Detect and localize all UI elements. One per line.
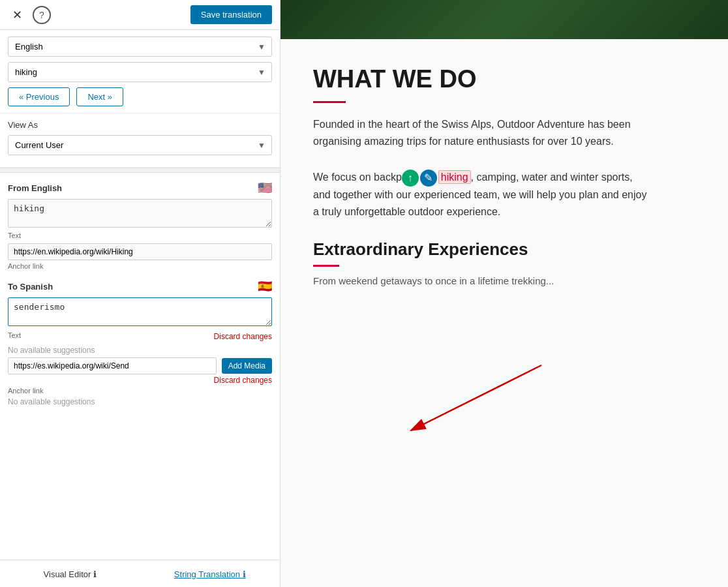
to-flag: 🇪🇸 <box>258 279 272 294</box>
to-title: To Spanish <box>8 282 53 292</box>
section2-heading: Extraordinary Experiences <box>313 239 652 260</box>
visual-editor-label: Visual Editor <box>44 569 91 579</box>
red-divider <box>313 101 346 103</box>
up-icon[interactable]: ↑ <box>402 170 419 187</box>
from-text-area: hiking <box>8 199 272 228</box>
hero-image <box>281 0 728 39</box>
divider <box>0 168 280 173</box>
from-anchor-input <box>8 243 272 260</box>
string-translation-tab[interactable]: String Translation ℹ <box>140 560 281 587</box>
to-text-area[interactable]: senderismo <box>8 297 272 326</box>
discard-text-link[interactable]: Discard changes <box>214 332 272 341</box>
translation-section: From English 🇺🇸 hiking Text Anchor link … <box>0 173 280 560</box>
string-select-wrapper: hiking camping backpacking ▼ <box>8 62 272 82</box>
visual-editor-info-icon: ℹ <box>93 569 97 579</box>
from-section: From English 🇺🇸 hiking Text Anchor link <box>8 181 272 270</box>
edit-icon[interactable]: ✎ <box>420 170 437 187</box>
view-as-select[interactable]: Current User Administrator Guest <box>8 135 272 155</box>
body-paragraph-1: Founded in the heart of the Swiss Alps, … <box>313 116 652 149</box>
main-heading: WHAT WE DO <box>313 65 652 93</box>
previous-button[interactable]: « Previous <box>8 87 70 106</box>
from-flag: 🇺🇸 <box>258 181 272 195</box>
to-header: To Spanish 🇪🇸 <box>8 279 272 294</box>
save-translation-button[interactable]: Save translation <box>190 5 272 24</box>
body-paragraph-2: We focus on backp↑✎hiking, camping, wate… <box>313 169 652 220</box>
header-bar: ✕ ? Save translation <box>0 0 280 30</box>
right-panel: WHAT WE DO Founded in the heart of the S… <box>281 0 728 587</box>
visual-editor-tab[interactable]: Visual Editor ℹ <box>0 560 140 587</box>
to-section: To Spanish 🇪🇸 senderismo Text Discard ch… <box>8 279 272 406</box>
help-button[interactable]: ? <box>33 6 51 24</box>
add-media-button[interactable]: Add Media <box>222 358 272 374</box>
bottom-tabs: Visual Editor ℹ String Translation ℹ <box>0 560 280 587</box>
language-select[interactable]: English Spanish French <box>8 37 272 57</box>
to-anchor-input[interactable] <box>8 357 217 374</box>
controls-area: English Spanish French ▼ hiking camping … <box>0 30 280 113</box>
from-title: From English <box>8 183 62 193</box>
left-panel: ✕ ? Save translation English Spanish Fre… <box>0 0 281 587</box>
next-button[interactable]: Next » <box>76 87 123 106</box>
from-text-label: Text <box>8 232 272 239</box>
section2-divider <box>313 265 339 267</box>
svg-line-1 <box>411 365 541 430</box>
string-translation-label: String Translation <box>174 569 240 579</box>
red-arrow-annotation <box>359 359 568 489</box>
body2-pre: We focus on backp <box>313 172 402 183</box>
view-as-select-wrapper: Current User Administrator Guest ▼ <box>8 135 272 155</box>
view-as-label: View As <box>8 120 272 130</box>
right-content: WHAT WE DO Founded in the heart of the S… <box>281 39 685 315</box>
close-button[interactable]: ✕ <box>8 6 26 24</box>
to-anchor-label: Anchor link <box>8 387 272 395</box>
anchor-discard-row: Discard changes <box>8 376 272 385</box>
to-suggestions: No available suggestions <box>8 346 272 355</box>
from-anchor-label: Anchor link <box>8 262 272 270</box>
nav-buttons: « Previous Next » <box>8 87 272 106</box>
to-anchor-suggestions: No available suggestions <box>8 397 272 406</box>
string-translation-info-icon: ℹ <box>243 569 246 579</box>
from-header: From English 🇺🇸 <box>8 181 272 195</box>
string-select[interactable]: hiking camping backpacking <box>8 62 272 82</box>
discard-anchor-link[interactable]: Discard changes <box>214 376 272 385</box>
view-as-section: View As Current User Administrator Guest… <box>0 113 280 168</box>
to-text-label: Text <box>8 331 21 339</box>
anchor-row: Add Media <box>8 357 272 374</box>
hiking-highlight: hiking <box>438 170 471 184</box>
section2-text: From weekend getaways to once in a lifet… <box>313 273 652 289</box>
language-select-wrapper: English Spanish French ▼ <box>8 37 272 57</box>
